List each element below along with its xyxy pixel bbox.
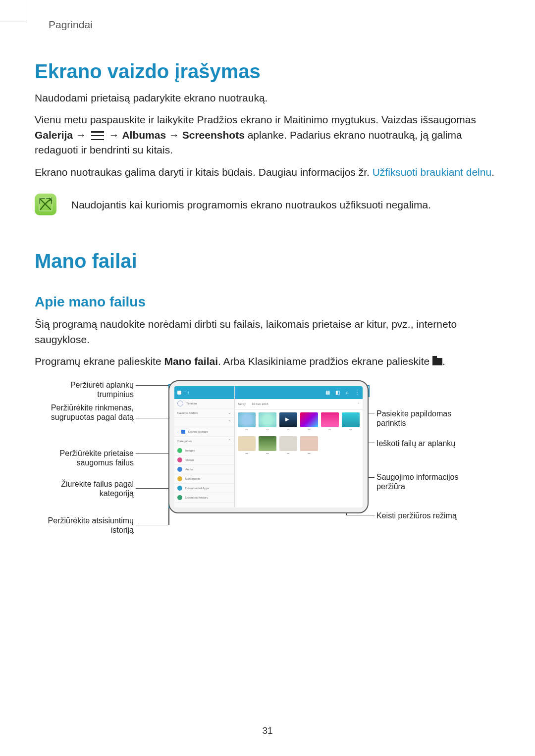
images-icon	[177, 448, 182, 453]
thumbnail-row-1: ▶	[235, 409, 363, 428]
row-apps: Downloaded Apps	[174, 484, 234, 493]
app-screenshot-figure: Peržiūrėti aplankų trumpinius Peržiūrėki…	[35, 380, 500, 549]
app-sidebar: ⋮⋮ Timeline Favorite folders⌄ ⌃ ›Device …	[174, 386, 235, 507]
row-documents: Documents	[174, 474, 234, 484]
search-icon: ⌕	[345, 390, 350, 395]
para-sc-3: Ekrano nuotraukas galima daryti ir kitai…	[35, 165, 500, 180]
audio-icon	[177, 467, 182, 472]
app-main: ▦ ◧ ⌕ ⋮ Today16 Feb 2015⌃ ▶ ••••••	[235, 386, 363, 507]
callout-shortcuts: Peržiūrėti aplankų trumpinius	[35, 380, 134, 399]
heading-screen-capture: Ekrano vaizdo įrašymas	[35, 60, 500, 83]
subheading-about-my-files: Apie mano failus	[35, 294, 500, 310]
app-topbar: ▦ ◧ ⌕ ⋮	[235, 386, 363, 399]
page-number: 31	[0, 725, 535, 736]
para-sc-2: Vienu metu paspauskite ir laikykite Prad…	[35, 112, 500, 157]
link-palm-swipe[interactable]: Užfiksuoti braukiant delnu	[373, 166, 491, 178]
tablet-mockup: ⋮⋮ Timeline Favorite folders⌄ ⌃ ›Device …	[168, 380, 369, 513]
row-videos: Videos	[174, 455, 234, 465]
note-text: Naudojantis kai kuriomis programomis ekr…	[71, 194, 431, 212]
callout-by-category: Žiūrėkite failus pagal kategoriją	[35, 479, 134, 498]
row-audio: Audio	[174, 465, 234, 474]
para-mf-2: Programų ekrane palieskite Mano failai. …	[35, 354, 500, 369]
grid-icon: ▦	[325, 390, 330, 395]
videos-icon	[177, 457, 182, 462]
thumbnail-row-2	[235, 433, 363, 452]
para-sc-1: Naudodami prietaisą padarykite ekrano nu…	[35, 91, 500, 105]
sidebar-header: ⋮⋮	[174, 386, 234, 399]
callout-more-options: Pasiekite papildomas parinktis	[376, 409, 476, 428]
apps-icon	[177, 486, 182, 491]
breadcrumb: Pagrindai	[49, 19, 500, 31]
callout-downloads: Peržiūrėkite atsisiuntimų istoriją	[35, 516, 134, 535]
callout-storage-info: Saugojimo informacijos peržiūra	[376, 472, 476, 491]
callout-device-files: Peržiūrėkite prietaise saugomus failus	[35, 449, 134, 467]
menu-icon	[91, 131, 104, 140]
download-icon	[177, 495, 182, 500]
row-dl-history: Download history	[174, 493, 234, 503]
row-images: Images	[174, 446, 234, 455]
clock-icon	[177, 401, 183, 406]
row-categories-head: Categories⌃	[174, 437, 234, 446]
documents-icon	[177, 476, 182, 481]
note-icon	[35, 194, 56, 215]
callout-search: Ieškoti failų ar aplankų	[376, 439, 476, 448]
row-folders: ⌃	[174, 418, 234, 427]
page-corner-tab	[0, 0, 27, 21]
more-icon: ⋮	[355, 390, 360, 395]
date-row: Today16 Feb 2015⌃	[235, 399, 363, 409]
para-mf-1: Šią programą naudokite norėdami dirbti s…	[35, 317, 500, 347]
callout-view-mode: Keisti peržiūros režimą	[376, 511, 476, 520]
callout-by-date: Peržiūrėkite rinkmenas, sugrupuotas paga…	[35, 403, 134, 422]
device-icon	[181, 430, 185, 434]
chart-icon: ◧	[335, 390, 340, 395]
row-device-storage: ›Device storage	[174, 427, 234, 437]
heading-my-files: Mano failai	[35, 250, 500, 272]
row-fav-folders: Favorite folders⌄	[174, 408, 234, 418]
row-timeline: Timeline	[174, 399, 234, 408]
folder-icon	[432, 358, 442, 365]
